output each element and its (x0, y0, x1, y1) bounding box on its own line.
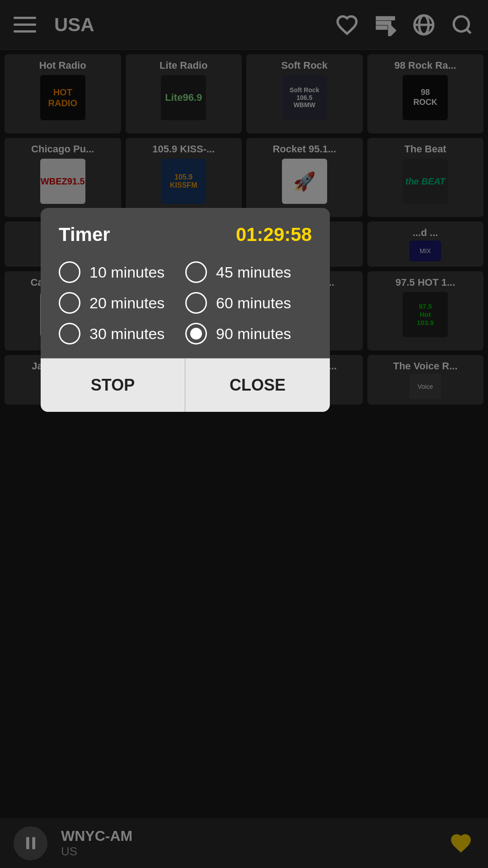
timer-option-20min[interactable]: 20 minutes (59, 292, 185, 314)
timer-option-label-90min: 90 minutes (216, 325, 291, 343)
close-button[interactable]: CLOSE (185, 359, 330, 412)
timer-header: Timer 01:29:58 (41, 208, 330, 257)
timer-dialog: Timer 01:29:58 10 minutes 45 minutes 20 … (41, 208, 330, 412)
timer-option-90min[interactable]: 90 minutes (185, 323, 312, 344)
timer-option-label-45min: 45 minutes (216, 264, 291, 281)
timer-title: Timer (59, 224, 110, 245)
timer-action-buttons: STOP CLOSE (41, 358, 330, 412)
timer-options: 10 minutes 45 minutes 20 minutes 60 minu… (41, 257, 330, 358)
radio-button-10min[interactable] (59, 261, 80, 283)
radio-button-90min[interactable] (185, 323, 207, 344)
timer-option-label-30min: 30 minutes (89, 325, 164, 343)
radio-button-45min[interactable] (185, 261, 207, 283)
timer-option-label-20min: 20 minutes (89, 294, 164, 312)
timer-option-45min[interactable]: 45 minutes (185, 261, 312, 283)
radio-button-30min[interactable] (59, 323, 80, 344)
timer-option-label-10min: 10 minutes (89, 264, 164, 281)
radio-button-20min[interactable] (59, 292, 80, 314)
timer-option-10min[interactable]: 10 minutes (59, 261, 185, 283)
stop-button[interactable]: STOP (41, 359, 185, 412)
timer-option-30min[interactable]: 30 minutes (59, 323, 185, 344)
timer-option-60min[interactable]: 60 minutes (185, 292, 312, 314)
timer-current-time: 01:29:58 (236, 224, 312, 245)
radio-button-60min[interactable] (185, 292, 207, 314)
modal-backdrop (0, 0, 488, 868)
timer-option-label-60min: 60 minutes (216, 294, 291, 312)
